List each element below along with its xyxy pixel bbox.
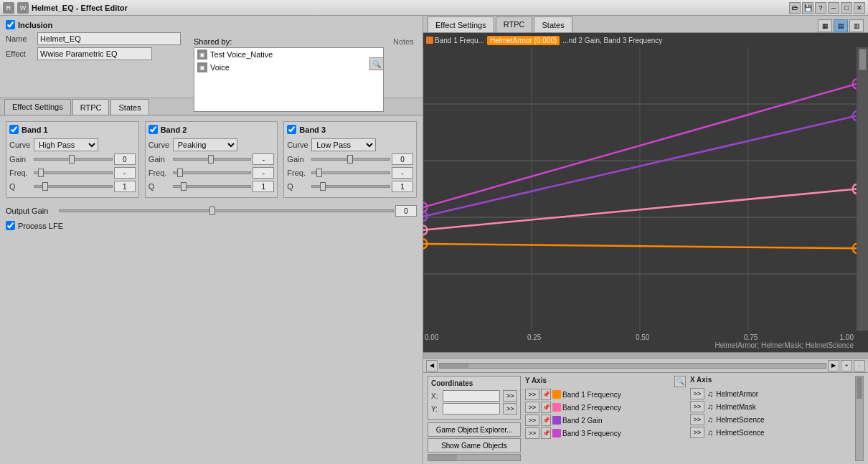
- close-button[interactable]: ✕: [854, 2, 865, 14]
- inclusion-label: Inclusion: [18, 21, 52, 29]
- shared-item-label-1: Voice: [210, 63, 230, 72]
- band-1-q-slider[interactable]: 1: [34, 181, 136, 192]
- view-icon-detail[interactable]: ▥: [849, 19, 864, 32]
- tab-rtpc-right[interactable]: RTPC: [496, 16, 533, 32]
- y-axis-search-button[interactable]: 🔍: [674, 376, 686, 387]
- folder-button[interactable]: 🗁: [789, 2, 801, 14]
- coord-y-btn[interactable]: >>: [503, 403, 517, 415]
- band-2-curve-select[interactable]: High Pass Peaking Low Pass: [173, 138, 237, 151]
- effect-input[interactable]: [37, 47, 152, 60]
- band-3-freq-slider[interactable]: -: [311, 167, 413, 179]
- shared-search-button[interactable]: 🔍: [369, 57, 384, 70]
- legend-item-band1[interactable]: Band 1 Frequ...: [426, 37, 484, 44]
- effect-settings-content: Band 1 Curve High Pass Low Pass Peaking …: [0, 115, 423, 464]
- x-label-75: 0.75: [744, 333, 758, 341]
- y-axis-label-1: Band 2 Frequency: [562, 404, 686, 412]
- show-game-objects-button[interactable]: Show Game Objects: [428, 438, 521, 453]
- band-2-freq-slider[interactable]: -: [173, 167, 275, 179]
- band-3-q-label: Q: [287, 182, 310, 191]
- band-2-q-slider[interactable]: 1: [173, 181, 275, 192]
- coord-x-input[interactable]: [443, 390, 500, 402]
- nav-next-button[interactable]: ▶: [828, 360, 839, 371]
- y-axis-arrow-2[interactable]: >>: [525, 415, 539, 426]
- chart-scrollbar-right[interactable]: [857, 47, 868, 331]
- shared-item-1[interactable]: ▣ Voice: [194, 61, 383, 74]
- legend-tooltip: HelmetArmor (0.000): [487, 36, 560, 45]
- y-axis-pin-3[interactable]: 📌: [541, 427, 551, 439]
- band-3-gain-slider[interactable]: 0: [311, 153, 413, 165]
- output-gain-value: 0: [395, 205, 417, 217]
- band-1-freq-slider[interactable]: -: [34, 167, 136, 179]
- band-2-title: Band 2: [161, 126, 187, 134]
- notes-section: Notes: [393, 37, 414, 46]
- minimize-button[interactable]: ─: [828, 2, 839, 14]
- y-axis-pin-0[interactable]: 📌: [541, 389, 551, 400]
- help-button[interactable]: ?: [815, 2, 826, 14]
- coordinates-box: Coordinates X: >> Y: >>: [428, 376, 521, 420]
- band-3-curve-select[interactable]: High Pass Low Pass Peaking: [311, 138, 376, 151]
- name-input[interactable]: [37, 32, 181, 45]
- band-1-header: Band 1: [9, 125, 136, 134]
- right-tabs: Effect Settings RTPC States: [428, 16, 574, 32]
- output-gain-slider[interactable]: 0: [59, 205, 417, 217]
- x-axis-arrow-0[interactable]: >>: [690, 388, 704, 399]
- y-axis-arrow-0[interactable]: >>: [525, 389, 539, 400]
- nav-prev-button[interactable]: ◀: [426, 360, 438, 371]
- bottom-panel: Coordinates X: >> Y: >> Game Object Expl…: [423, 372, 868, 464]
- process-lfe-checkbox[interactable]: [6, 221, 15, 230]
- inclusion-row: Inclusion: [6, 20, 181, 29]
- shared-item-0[interactable]: ▣ Test Voice_Native: [194, 48, 383, 61]
- x-axis-arrow-3[interactable]: >>: [690, 427, 704, 438]
- y-axis-item-1: >> 📌 Band 2 Frequency: [525, 402, 686, 413]
- tab-effect-settings-right[interactable]: Effect Settings: [428, 16, 494, 32]
- inclusion-checkbox[interactable]: [6, 20, 15, 29]
- maximize-button[interactable]: □: [841, 2, 852, 14]
- coord-y-input[interactable]: [443, 403, 500, 415]
- coordinates-section: Coordinates X: >> Y: >> Game Object Expl…: [428, 376, 521, 461]
- tab-states-right[interactable]: States: [534, 16, 572, 32]
- y-axis-pin-1[interactable]: 📌: [541, 402, 551, 413]
- x-axis-arrow-2[interactable]: >>: [690, 414, 704, 425]
- window-title: Helmet_EQ - Effect Editor: [32, 4, 786, 12]
- band-2-checkbox[interactable]: [148, 125, 158, 134]
- tab-states-left[interactable]: States: [110, 99, 148, 115]
- band-1-checkbox[interactable]: [9, 125, 19, 134]
- app-icon-1: R: [3, 2, 14, 14]
- band-1-curve-select[interactable]: High Pass Low Pass Peaking: [34, 138, 98, 151]
- tab-rtpc-left[interactable]: RTPC: [72, 99, 110, 115]
- band-2-gain-slider[interactable]: -: [173, 153, 275, 165]
- window-controls: 🗁 💾 ? ─ □ ✕: [789, 2, 865, 14]
- band-3-q-row: Q 1: [287, 181, 413, 192]
- band-3-q-slider[interactable]: 1: [311, 181, 413, 192]
- y-axis-pin-2[interactable]: 📌: [541, 415, 551, 426]
- coord-x-row: X: >>: [431, 390, 517, 402]
- band-1-gain-slider[interactable]: 0: [34, 153, 136, 165]
- chart-area: Band 1 Frequ... HelmetArmor (0.000) ...n…: [423, 33, 868, 352]
- bottom-hscrollbar[interactable]: [428, 454, 521, 461]
- y-axis-arrow-3[interactable]: >>: [525, 427, 539, 439]
- y-axis-arrow-1[interactable]: >>: [525, 402, 539, 413]
- view-icon-list[interactable]: ▤: [834, 19, 848, 32]
- bottom-panel-scrollbar[interactable]: [855, 376, 864, 461]
- game-object-explorer-button[interactable]: Game Object Explorer...: [428, 422, 521, 437]
- effect-row: Effect: [6, 47, 181, 60]
- chart-nav-bar: ◀ ▶ + -: [423, 358, 868, 372]
- band-3-freq-row: Freq. -: [287, 167, 413, 179]
- y-axis-item-2: >> 📌 Band 2 Gain: [525, 415, 686, 426]
- nav-down-button[interactable]: -: [854, 360, 865, 371]
- x-axis-title: X Axis: [690, 376, 712, 384]
- view-icon-grid[interactable]: ▦: [818, 19, 832, 32]
- coord-x-btn[interactable]: >>: [503, 390, 517, 402]
- x-axis-arrow-1[interactable]: >>: [690, 401, 704, 412]
- band-3-q-value: 1: [392, 181, 413, 192]
- y-axis-title: Y Axis: [525, 377, 547, 384]
- y-axis-color-2: [552, 416, 561, 425]
- band-3-checkbox[interactable]: [287, 125, 296, 134]
- right-panel: Effect Settings RTPC States ▦ ▤ ▥: [423, 16, 868, 464]
- tab-effect-settings-left[interactable]: Effect Settings: [4, 99, 71, 115]
- nav-up-button[interactable]: +: [841, 360, 852, 371]
- x-label-0: 0.00: [425, 333, 438, 341]
- band-3-header: Band 3: [287, 125, 413, 134]
- save-button-titlebar[interactable]: 💾: [802, 2, 813, 14]
- legend-item-other[interactable]: ...nd 2 Gain, Band 3 Frequency: [562, 37, 662, 44]
